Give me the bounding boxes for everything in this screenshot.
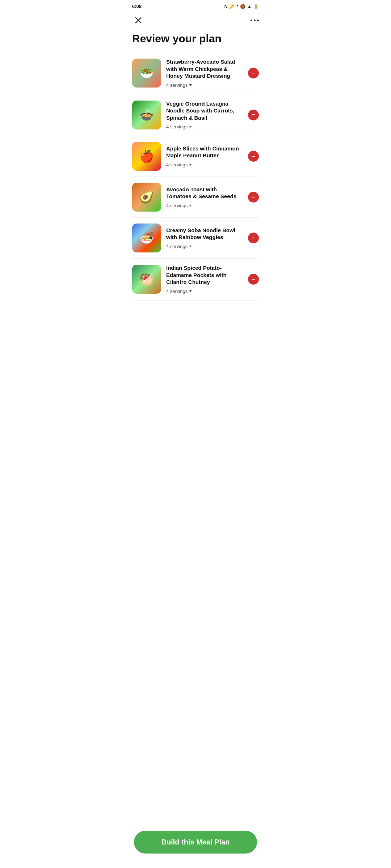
page-title: Review your plan — [125, 31, 266, 52]
meal-thumbnail-6: 🥙 — [132, 265, 161, 294]
bluetooth-icon: * — [236, 4, 238, 9]
battery-icon: 🔋 — [253, 4, 259, 9]
minus-icon: − — [252, 235, 256, 241]
meal-name-2: Veggie Ground Lasagna Noodle Soup with C… — [166, 100, 243, 122]
remove-meal-4-button[interactable]: − — [248, 192, 259, 203]
meal-info-3: Apple Slices with Cinnamon-Maple Peanut … — [166, 145, 243, 168]
servings-selector-5[interactable]: 4 servings — [166, 244, 192, 249]
meal-thumbnail-1: 🥗 — [132, 59, 161, 88]
servings-selector-3[interactable]: 4 servings — [166, 162, 192, 167]
meal-item-4: 🥑 Avocado Toast with Tomatoes & Sesame S… — [132, 177, 259, 218]
status-time: 6:08 — [132, 4, 142, 9]
dot-icon — [254, 20, 256, 21]
meal-image-1: 🥗 — [132, 59, 161, 88]
remove-meal-2-button[interactable]: − — [248, 110, 259, 120]
meal-thumbnail-5: 🍜 — [132, 224, 161, 252]
meal-thumbnail-3: 🍎 — [132, 142, 161, 171]
meal-name-6: Indian Spiced Potato-Edamame Pockets wit… — [166, 264, 243, 286]
meal-image-2: 🍲 — [132, 101, 161, 129]
status-icons: N 🔑 * 🔕 ▲ 🔋 — [224, 4, 259, 9]
dot-icon — [251, 20, 252, 21]
chevron-down-icon — [189, 205, 192, 207]
meal-item-1: 🥗 Strawberry-Avocado Salad with Warm Chi… — [132, 52, 259, 94]
meal-item-3: 🍎 Apple Slices with Cinnamon-Maple Peanu… — [132, 136, 259, 177]
meal-info-2: Veggie Ground Lasagna Noodle Soup with C… — [166, 100, 243, 130]
nav-bar — [125, 11, 266, 31]
meal-list: 🥗 Strawberry-Avocado Salad with Warm Chi… — [125, 52, 266, 301]
servings-selector-6[interactable]: 4 servings — [166, 289, 192, 294]
meal-name-3: Apple Slices with Cinnamon-Maple Peanut … — [166, 145, 243, 159]
remove-meal-1-button[interactable]: − — [248, 68, 259, 78]
servings-selector-1[interactable]: 4 servings — [166, 82, 192, 88]
dot-icon — [257, 20, 259, 21]
minus-icon: − — [252, 194, 256, 200]
meal-thumbnail-4: 🥑 — [132, 183, 161, 212]
meal-item-6: 🥙 Indian Spiced Potato-Edamame Pockets w… — [132, 259, 259, 301]
minus-icon: − — [252, 111, 256, 118]
chevron-down-icon — [189, 84, 192, 86]
meal-thumbnail-2: 🍲 — [132, 101, 161, 129]
meal-info-5: Creamy Soba Noodle Bowl with Rainbow Veg… — [166, 227, 243, 250]
chevron-down-icon — [189, 290, 192, 292]
remove-meal-6-button[interactable]: − — [248, 274, 259, 285]
minus-icon: − — [252, 153, 256, 159]
close-icon — [134, 16, 142, 24]
servings-selector-4[interactable]: 4 servings — [166, 203, 192, 208]
minus-icon: − — [252, 276, 256, 282]
remove-meal-3-button[interactable]: − — [248, 151, 259, 162]
chevron-down-icon — [189, 126, 192, 128]
chevron-down-icon — [189, 246, 192, 247]
meal-image-5: 🍜 — [132, 224, 161, 252]
meal-info-6: Indian Spiced Potato-Edamame Pockets wit… — [166, 264, 243, 294]
signal-icon: ▲ — [247, 4, 252, 9]
minus-icon: − — [252, 70, 256, 76]
meal-item-2: 🍲 Veggie Ground Lasagna Noodle Soup with… — [132, 94, 259, 136]
meal-name-4: Avocado Toast with Tomatoes & Sesame See… — [166, 186, 243, 200]
more-options-button[interactable] — [251, 20, 259, 21]
meal-image-3: 🍎 — [132, 142, 161, 171]
meal-name-5: Creamy Soba Noodle Bowl with Rainbow Veg… — [166, 227, 243, 241]
meal-info-4: Avocado Toast with Tomatoes & Sesame See… — [166, 186, 243, 209]
meal-image-6: 🥙 — [132, 265, 161, 294]
meal-name-1: Strawberry-Avocado Salad with Warm Chick… — [166, 58, 243, 80]
nfc-icon: N — [224, 4, 228, 9]
close-button[interactable] — [132, 14, 144, 26]
remove-meal-5-button[interactable]: − — [248, 233, 259, 243]
meal-info-1: Strawberry-Avocado Salad with Warm Chick… — [166, 58, 243, 88]
servings-selector-2[interactable]: 4 servings — [166, 124, 192, 129]
meal-item-5: 🍜 Creamy Soba Noodle Bowl with Rainbow V… — [132, 218, 259, 259]
status-bar: 6:08 N 🔑 * 🔕 ▲ 🔋 — [125, 0, 266, 11]
meal-image-4: 🥑 — [132, 183, 161, 212]
mute-icon: 🔕 — [240, 4, 245, 9]
key-icon: 🔑 — [229, 4, 235, 9]
chevron-down-icon — [189, 164, 192, 166]
